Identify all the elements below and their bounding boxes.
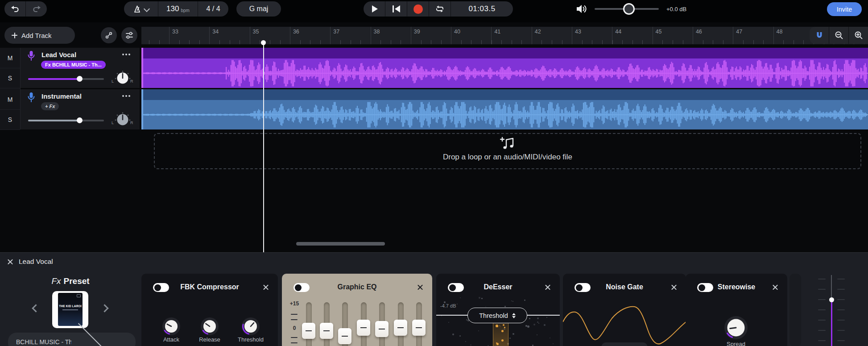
audio-region-instrumental[interactable] <box>141 89 868 129</box>
pan-knob[interactable] <box>113 69 132 86</box>
timeline-ruler[interactable]: 33343536373839404142434445464748 <box>141 27 868 45</box>
zoom-out-icon <box>835 31 843 40</box>
eq-fader-handle-2[interactable] <box>320 323 333 339</box>
solo-button-track1[interactable]: S <box>0 68 20 88</box>
stepper-icon[interactable] <box>512 313 516 318</box>
fx-output-fader-fill <box>831 302 832 346</box>
rewind-button[interactable] <box>385 1 407 17</box>
threshold-label: Threshold <box>231 336 271 343</box>
track-fx-badge[interactable]: Fx BCHILL MUSIC - Th... <box>41 61 106 69</box>
transport-group: 01:03.5 <box>364 1 513 17</box>
remove-compressor-button[interactable] <box>262 284 269 291</box>
mixer-button[interactable] <box>121 27 137 43</box>
snap-button[interactable] <box>810 27 829 44</box>
master-volume-handle[interactable] <box>623 3 635 15</box>
drop-zone[interactable]: Drop a loop or an audio/MIDI/video file <box>154 133 861 169</box>
slider-handle[interactable] <box>77 76 83 82</box>
tempo-group: 130 bpm 4 / 4 <box>124 1 228 17</box>
playhead-line <box>263 44 264 252</box>
chevron-down-icon <box>144 6 150 12</box>
pan-left-label: L <box>112 79 114 83</box>
undo-redo-group <box>4 1 47 17</box>
fx-card-stereowise: Stereowise Spread <box>686 274 787 346</box>
spread-knob[interactable] <box>723 315 748 340</box>
loop-button[interactable] <box>429 1 451 17</box>
fx-output-fader-handle[interactable] <box>829 297 834 302</box>
eq-fader-handle-5[interactable] <box>375 321 389 337</box>
add-audio-icon <box>500 137 515 150</box>
attack-knob[interactable] <box>161 317 181 336</box>
remove-eq-button[interactable] <box>417 284 423 291</box>
track-header-instrumental[interactable]: Instrumental + Fx L R <box>21 89 140 129</box>
magnet-icon <box>815 31 824 40</box>
region-header[interactable] <box>141 89 868 100</box>
bpm-display[interactable]: 130 bpm <box>158 1 198 17</box>
region-left-edge[interactable] <box>141 48 143 88</box>
mixer-icon <box>125 31 133 39</box>
pan-knob[interactable] <box>113 110 132 127</box>
close-panel-button[interactable] <box>7 258 13 265</box>
eq-fader-handle-1[interactable] <box>302 323 315 339</box>
fx-preset-heading: FxPreset <box>0 276 141 286</box>
drop-zone-content: Drop a loop or an audio/MIDI/video file <box>155 137 860 162</box>
zoom-in-button[interactable] <box>849 27 868 44</box>
eq-fader-handle-7[interactable] <box>412 320 426 336</box>
redo-button[interactable] <box>26 1 47 17</box>
play-button[interactable] <box>364 1 385 17</box>
horizontal-scrollbar[interactable] <box>296 242 385 246</box>
track-menu-button[interactable] <box>122 54 136 57</box>
eq-fader-handle-4[interactable] <box>357 320 370 336</box>
eq-scale-tick <box>291 337 298 338</box>
loop-icon <box>435 5 445 13</box>
preset-selector[interactable]: BCHILL MUSIC - The Kid Laroi ... <box>8 333 136 346</box>
eq-fader-handle-3[interactable] <box>338 328 351 344</box>
fx-preset-heading-fx: Fx <box>51 276 61 286</box>
playhead-handle[interactable] <box>261 40 266 45</box>
track-name: Lead Vocal <box>41 51 76 58</box>
microphone-icon <box>27 92 36 104</box>
track-volume-slider[interactable] <box>28 78 104 80</box>
preset-next-button[interactable] <box>100 304 108 312</box>
speaker-icon[interactable] <box>575 4 588 14</box>
chevron-down-icon <box>78 321 121 346</box>
zoom-out-button[interactable] <box>829 27 848 44</box>
record-button[interactable] <box>407 1 429 17</box>
remove-stereo-button[interactable] <box>772 284 778 291</box>
undo-icon <box>11 5 20 13</box>
track-menu-button[interactable] <box>122 95 136 99</box>
gate-threshold-button[interactable] <box>601 342 648 346</box>
zoom-in-icon <box>854 31 863 40</box>
preset-selector-value: BCHILL MUSIC - The Kid Laroi ... <box>16 338 71 346</box>
zoom-controls <box>810 27 868 44</box>
remove-deesser-button[interactable] <box>544 284 551 291</box>
track-header-lead-vocal[interactable]: Lead Vocal Fx BCHILL MUSIC - Th... L R <box>21 48 140 88</box>
microphone-icon <box>27 50 36 62</box>
top-bar: 130 bpm 4 / 4 G maj 01:03.5 +0.0 d <box>0 0 868 22</box>
bpm-value: 130 <box>166 4 179 13</box>
add-fx-badge[interactable]: + Fx <box>41 102 59 110</box>
region-header[interactable] <box>141 48 868 58</box>
region-left-edge[interactable] <box>141 89 143 129</box>
track-volume-slider[interactable] <box>28 120 104 121</box>
undo-button[interactable] <box>4 1 25 17</box>
deesser-threshold-control[interactable]: Threshold <box>467 308 527 323</box>
add-track-button[interactable]: Add Track <box>4 27 75 44</box>
pan-right-label: R <box>130 79 133 83</box>
time-display: 01:03.5 <box>468 4 495 13</box>
add-track-label: Add Track <box>21 32 52 39</box>
release-knob[interactable] <box>200 317 219 336</box>
solo-button-track2[interactable]: S <box>0 109 20 130</box>
invite-button[interactable]: Invite <box>827 2 862 16</box>
fx-card-deesser: DeEsser -4.7 dB Threshold <box>436 274 560 346</box>
metronome-button[interactable] <box>124 1 158 17</box>
audio-region-lead-vocal[interactable] <box>141 48 868 88</box>
threshold-knob[interactable] <box>241 317 260 336</box>
preset-previous-button[interactable] <box>32 304 40 312</box>
mute-button-track2[interactable]: M <box>0 89 20 110</box>
time-signature[interactable]: 4 / 4 <box>198 1 228 17</box>
slider-handle[interactable] <box>77 117 83 123</box>
key-selector[interactable]: G maj <box>236 1 281 17</box>
automation-button[interactable] <box>101 27 117 43</box>
mute-button-track1[interactable]: M <box>0 48 20 68</box>
eq-fader-handle-6[interactable] <box>394 320 407 336</box>
